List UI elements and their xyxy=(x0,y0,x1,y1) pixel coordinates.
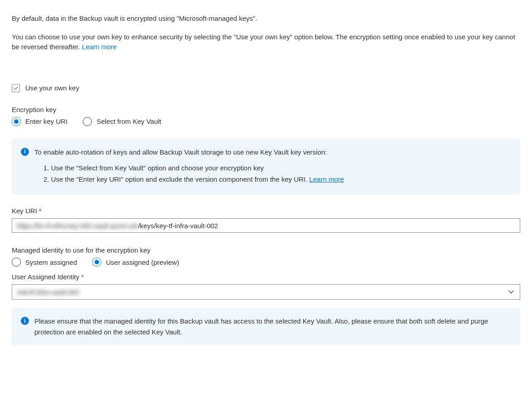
user-assigned-identity-select-wrap: mid-tf-infra-vault-002 xyxy=(12,284,520,300)
info-step-2: 2. Use the "Enter key URI" option and ex… xyxy=(43,174,344,184)
use-own-key-checkbox-row: Use your own key xyxy=(12,84,520,92)
user-assigned-identity-label-text: User Assigned Identity xyxy=(12,273,79,281)
required-indicator: * xyxy=(39,207,42,215)
radio-enter-key-uri[interactable]: Enter key URI xyxy=(12,117,67,126)
encryption-key-radio-group: Enter key URI Select from Key Vault xyxy=(12,117,520,126)
info-banner-body: To enable auto-rotation of keys and allo… xyxy=(34,147,344,186)
info-icon: i xyxy=(21,148,29,156)
key-uri-input-wrap: https://kv-tf-infra-key-002.vault.azure.… xyxy=(12,218,520,233)
key-uri-input[interactable] xyxy=(12,218,520,233)
user-assigned-identity-label: User Assigned Identity* xyxy=(12,273,520,281)
info-icon: i xyxy=(21,317,29,325)
radio-icon xyxy=(12,117,21,126)
managed-identity-radio-group: System assigned User assigned (preview) xyxy=(12,258,520,267)
use-own-key-label: Use your own key xyxy=(25,84,79,92)
info-banner-permissions: i Please ensure that the managed identit… xyxy=(12,308,520,345)
key-uri-label-text: Key URI xyxy=(12,207,37,215)
radio-system-assigned[interactable]: System assigned xyxy=(12,258,77,267)
radio-user-assigned[interactable]: User assigned (preview) xyxy=(92,258,179,267)
info-lead: To enable auto-rotation of keys and allo… xyxy=(34,147,344,157)
learn-more-link-intro[interactable]: Learn more xyxy=(82,43,117,51)
radio-system-assigned-label: System assigned xyxy=(25,258,77,266)
checkmark-icon xyxy=(13,85,19,91)
intro-paragraph-2: You can choose to use your own key to en… xyxy=(12,32,520,52)
encryption-key-label: Encryption key xyxy=(12,106,520,113)
key-uri-label: Key URI* xyxy=(12,207,520,215)
info-step-1: 1. Use the "Select from Key Vault" optio… xyxy=(43,163,344,173)
radio-icon xyxy=(92,258,101,267)
radio-select-from-key-vault[interactable]: Select from Key Vault xyxy=(83,117,161,126)
radio-enter-key-uri-label: Enter key URI xyxy=(25,117,67,125)
radio-icon xyxy=(12,258,21,267)
radio-user-assigned-label: User assigned (preview) xyxy=(106,258,179,266)
intro-paragraph-1: By default, data in the Backup vault is … xyxy=(12,14,520,24)
user-assigned-identity-select[interactable]: mid-tf-infra-vault-002 xyxy=(12,284,520,300)
info-step-2-text: 2. Use the "Enter key URI" option and ex… xyxy=(43,175,309,183)
managed-identity-label: Managed identity to use for the encrypti… xyxy=(12,246,520,254)
chevron-down-icon xyxy=(508,289,514,295)
info-banner-permissions-text: Please ensure that the managed identity … xyxy=(34,316,511,337)
learn-more-link-info[interactable]: Learn more xyxy=(309,175,344,183)
required-indicator: * xyxy=(81,273,84,281)
radio-select-from-key-vault-label: Select from Key Vault xyxy=(96,117,161,125)
user-assigned-identity-value: mid-tf-infra-vault-002 xyxy=(17,288,79,296)
radio-icon xyxy=(83,117,92,126)
info-banner-auto-rotation: i To enable auto-rotation of keys and al… xyxy=(12,139,520,195)
use-own-key-checkbox[interactable] xyxy=(12,84,20,92)
